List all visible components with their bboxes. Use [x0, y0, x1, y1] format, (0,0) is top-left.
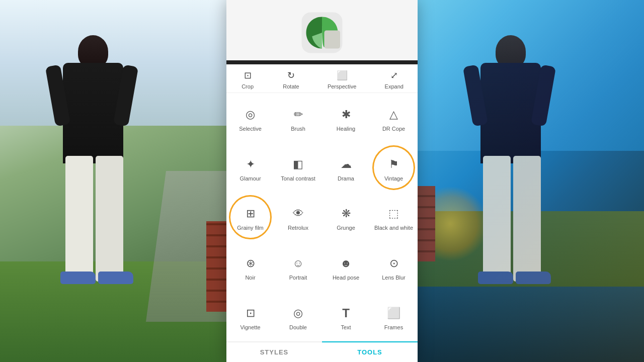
expand-icon: ⤢: [387, 68, 401, 82]
drama-label: Drama: [338, 175, 354, 182]
grainy-film-label: Grainy film: [237, 225, 264, 231]
black-and-white-label: Black and white: [374, 225, 413, 231]
crop-tool[interactable]: ⊡ Crop: [240, 68, 255, 89]
selective-tool[interactable]: ◎ Selective: [226, 93, 274, 143]
drcope-icon: △: [385, 106, 403, 124]
glamour-tool[interactable]: ✦ Glamour: [226, 143, 274, 193]
right-photo-panel: [397, 0, 644, 362]
svg-rect-1: [325, 31, 341, 49]
lens-blur-icon: ⊙: [385, 254, 403, 273]
selective-label: Selective: [239, 126, 262, 132]
grunge-icon: ❋: [337, 205, 355, 223]
tab-styles[interactable]: STYLES: [226, 342, 322, 362]
vintage-label: Vintage: [384, 175, 403, 182]
vignette-label: Vignette: [240, 324, 260, 331]
expand-label: Expand: [385, 83, 404, 89]
vignette-icon: ⊡: [242, 304, 260, 322]
rotate-icon: ↻: [284, 68, 298, 82]
frames-icon: ⬜: [385, 304, 403, 322]
double-icon: ◎: [289, 304, 307, 322]
tonal-contrast-icon: ◧: [289, 155, 307, 173]
tab-tools[interactable]: TOOLS: [322, 341, 418, 362]
portrait-icon: ☺: [289, 254, 307, 273]
snapseed-logo: [299, 10, 345, 55]
vintage-tool[interactable]: ⚑ Vintage: [370, 143, 418, 193]
brush-icon: ✏: [289, 106, 307, 124]
glamour-icon: ✦: [242, 155, 260, 173]
tools-grid: ◎ Selective ✏ Brush ✱ Healing △ DR Cope …: [226, 93, 418, 341]
text-icon: T: [337, 304, 355, 322]
brush-tool[interactable]: ✏ Brush: [274, 93, 322, 143]
frames-label: Frames: [384, 324, 403, 331]
rotate-label: Rotate: [283, 83, 299, 89]
healing-icon: ✱: [337, 106, 355, 124]
rotate-tool[interactable]: ↻ Rotate: [283, 68, 299, 89]
drama-tool[interactable]: ☁ Drama: [322, 143, 370, 193]
person-left: [40, 25, 151, 327]
tonal-contrast-tool[interactable]: ◧ Tonal contrast: [274, 143, 322, 193]
double-tool[interactable]: ◎ Double: [274, 292, 322, 341]
frames-tool[interactable]: ⬜ Frames: [370, 292, 418, 341]
noir-tool[interactable]: ⊛ Noir: [226, 242, 274, 292]
lens-blur-tool[interactable]: ⊙ Lens Blur: [370, 242, 418, 292]
black-and-white-tool[interactable]: ⬚ Black and white: [370, 193, 418, 242]
grainy-film-icon: ⊞: [242, 205, 260, 223]
double-label: Double: [289, 324, 307, 331]
perspective-label: Perspective: [328, 83, 356, 89]
bottom-tabs: STYLES TOOLS: [226, 341, 418, 362]
retrolux-label: Retrolux: [288, 225, 308, 231]
head-pose-tool[interactable]: ☻ Head pose: [322, 242, 370, 292]
crop-label: Crop: [242, 83, 254, 89]
left-photo-panel: [0, 0, 247, 362]
head-pose-icon: ☻: [337, 254, 355, 273]
drcope-label: DR Cope: [382, 126, 405, 132]
retrolux-tool[interactable]: 👁 Retrolux: [274, 193, 322, 242]
noir-label: Noir: [245, 275, 255, 281]
grunge-label: Grunge: [337, 225, 355, 231]
snapseed-panel: ⊡ Crop ↻ Rotate ⬜ Perspective ⤢ Expand ◎…: [226, 0, 418, 362]
text-label: Text: [341, 324, 351, 331]
grunge-tool[interactable]: ❋ Grunge: [322, 193, 370, 242]
perspective-icon: ⬜: [335, 68, 349, 82]
retrolux-icon: 👁: [289, 205, 307, 223]
portrait-label: Portrait: [289, 275, 307, 281]
crop-icon: ⊡: [240, 68, 255, 82]
grainy-film-tool[interactable]: ⊞ Grainy film: [226, 193, 274, 242]
head-pose-label: Head pose: [333, 275, 359, 281]
logo-area: [226, 0, 418, 60]
lens-blur-label: Lens Blur: [382, 275, 405, 281]
text-tool[interactable]: T Text: [322, 292, 370, 341]
top-bar: [226, 60, 418, 64]
glamour-label: Glamour: [239, 175, 261, 182]
black-and-white-icon: ⬚: [385, 205, 403, 223]
perspective-tool[interactable]: ⬜ Perspective: [328, 68, 356, 89]
expand-tool[interactable]: ⤢ Expand: [385, 68, 404, 89]
noir-icon: ⊛: [242, 254, 260, 273]
brush-label: Brush: [291, 126, 305, 132]
top-tools-row: ⊡ Crop ↻ Rotate ⬜ Perspective ⤢ Expand: [226, 64, 418, 93]
drcope-tool[interactable]: △ DR Cope: [370, 93, 418, 143]
healing-tool[interactable]: ✱ Healing: [322, 93, 370, 143]
selective-icon: ◎: [242, 106, 260, 124]
vignette-tool[interactable]: ⊡ Vignette: [226, 292, 274, 341]
tonal-contrast-label: Tonal contrast: [281, 175, 315, 182]
vintage-icon: ⚑: [385, 155, 403, 173]
portrait-tool[interactable]: ☺ Portrait: [274, 242, 322, 292]
drama-icon: ☁: [337, 155, 355, 173]
healing-label: Healing: [337, 126, 355, 132]
